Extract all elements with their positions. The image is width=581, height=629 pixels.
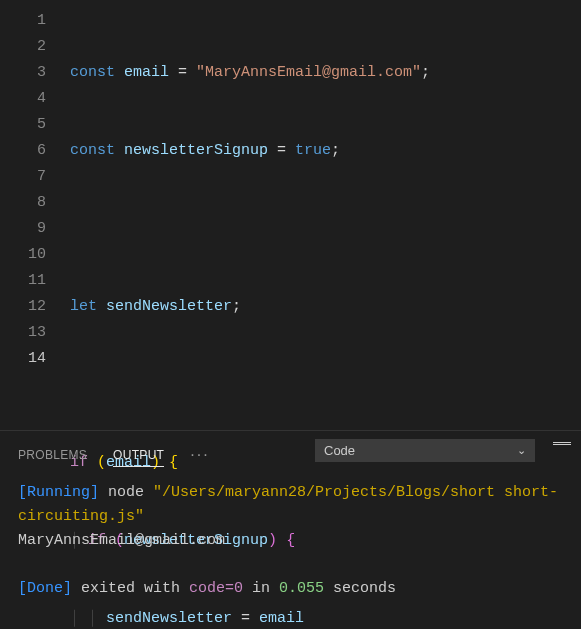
code-line[interactable]: const newsletterSignup = true; (70, 138, 581, 164)
line-number: 8 (0, 190, 46, 216)
output-content[interactable]: [Running] node "/Users/maryann28/Project… (18, 481, 563, 601)
line-number: 5 (0, 112, 46, 138)
code-line[interactable]: const email = "MaryAnnsEmail@gmail.com"; (70, 60, 581, 86)
output-stdout: MaryAnnsEmail@gmail.com (18, 532, 225, 549)
output-channel-select[interactable]: Code ⌄ (315, 439, 535, 462)
output-done-tag: [Done] (18, 580, 72, 597)
tab-problems[interactable]: PROBLEMS (18, 444, 87, 466)
line-number: 11 (0, 268, 46, 294)
code-editor[interactable]: 1 2 3 4 5 6 7 8 9 10 11 12 13 14 const e… (0, 0, 581, 430)
line-number: 1 (0, 8, 46, 34)
line-number-gutter: 1 2 3 4 5 6 7 8 9 10 11 12 13 14 (0, 8, 70, 430)
output-running-tag: [Running] (18, 484, 99, 501)
code-area[interactable]: const email = "MaryAnnsEmail@gmail.com";… (70, 8, 581, 430)
line-number: 14 (0, 346, 46, 372)
line-number: 13 (0, 320, 46, 346)
line-number: 10 (0, 242, 46, 268)
select-value: Code (324, 443, 355, 458)
line-number: 3 (0, 60, 46, 86)
line-number: 4 (0, 86, 46, 112)
split-panel-icon[interactable] (553, 441, 571, 446)
chevron-down-icon: ⌄ (517, 444, 526, 457)
code-line[interactable] (70, 216, 581, 242)
code-line[interactable]: let sendNewsletter; (70, 294, 581, 320)
line-number: 7 (0, 164, 46, 190)
panel-actions (553, 441, 571, 446)
tab-more-icon[interactable]: ··· (190, 443, 209, 467)
line-number: 6 (0, 138, 46, 164)
code-line[interactable] (70, 372, 581, 398)
line-number: 12 (0, 294, 46, 320)
bottom-panel: PROBLEMS OUTPUT ··· Code ⌄ [Running] nod… (0, 430, 581, 629)
line-number: 9 (0, 216, 46, 242)
line-number: 2 (0, 34, 46, 60)
tab-output[interactable]: OUTPUT (113, 444, 164, 467)
